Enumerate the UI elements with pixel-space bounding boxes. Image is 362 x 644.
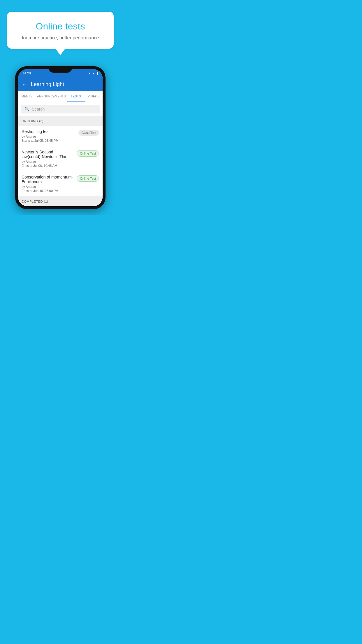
tab-announcements[interactable]: ANNOUNCEMENTS	[36, 91, 67, 102]
test-badge-class: Class Test	[78, 130, 99, 136]
test-name: Reshuffling test	[22, 129, 76, 134]
tab-ments[interactable]: MENTS	[18, 91, 36, 102]
hero-subtitle: for more practice, better performance	[14, 35, 107, 41]
wifi-icon: ▼	[88, 72, 91, 75]
tab-videos[interactable]: VIDEOS	[85, 91, 103, 102]
search-icon: 🔍	[24, 107, 29, 111]
test-badge-online: Online Test	[77, 150, 99, 157]
ongoing-label: ONGOING (3)	[22, 119, 43, 123]
test-author: by Anurag	[22, 185, 74, 188]
test-list: Reshuffling test by Anurag Starts at Jul…	[18, 126, 103, 196]
test-item[interactable]: Reshuffling test by Anurag Starts at Jul…	[18, 126, 103, 146]
test-date: Ends at Jul 06, 10:45 AM	[22, 164, 74, 167]
test-date: Starts at Jul 05, 05:45 PM	[22, 139, 76, 142]
phone-frame: 14:29 ▼ ▲ ▐ ← Learning Light MENTS ANNOU…	[15, 66, 106, 209]
ongoing-section-header: ONGOING (3)	[18, 116, 103, 126]
test-name: Newton's Second law(contd)-Newton's Thir…	[22, 150, 74, 159]
phone-mockup: 14:29 ▼ ▲ ▐ ← Learning Light MENTS ANNOU…	[0, 66, 121, 209]
completed-label: COMPLETED (1)	[22, 200, 48, 203]
test-name: Conservation of momentum-Equilibrium	[22, 175, 74, 184]
hero-title: Online tests	[14, 21, 107, 32]
test-badge-online-2: Online Test	[77, 175, 99, 182]
search-container: 🔍 Search	[18, 102, 103, 116]
test-item[interactable]: Conservation of momentum-Equilibrium by …	[18, 171, 103, 196]
completed-section-header: COMPLETED (1)	[18, 196, 103, 206]
phone-screen: 14:29 ▼ ▲ ▐ ← Learning Light MENTS ANNOU…	[18, 69, 103, 206]
battery-icon: ▐	[96, 72, 98, 75]
speech-bubble: Online tests for more practice, better p…	[7, 12, 114, 49]
test-info: Newton's Second law(contd)-Newton's Thir…	[22, 150, 77, 167]
hero-section: Online tests for more practice, better p…	[0, 0, 121, 49]
test-item[interactable]: Newton's Second law(contd)-Newton's Thir…	[18, 146, 103, 171]
phone-notch	[49, 66, 72, 73]
signal-icon: ▲	[92, 72, 95, 75]
app-bar-title: Learning Light	[31, 81, 64, 88]
search-placeholder: Search	[32, 107, 45, 111]
tab-tests[interactable]: TESTS	[67, 91, 85, 102]
test-info: Reshuffling test by Anurag Starts at Jul…	[22, 129, 78, 142]
status-time: 14:29	[23, 71, 31, 75]
back-button[interactable]: ←	[22, 81, 27, 88]
status-icons: ▼ ▲ ▐	[88, 72, 98, 75]
test-author: by Anurag	[22, 160, 74, 163]
test-author: by Anurag	[22, 135, 76, 138]
search-bar[interactable]: 🔍 Search	[21, 105, 100, 113]
test-info: Conservation of momentum-Equilibrium by …	[22, 175, 77, 192]
app-bar: ← Learning Light	[18, 77, 103, 91]
test-date: Ends at Jun 10, 06:00 PM	[22, 189, 74, 192]
tabs-container: MENTS ANNOUNCEMENTS TESTS VIDEOS	[18, 91, 103, 102]
